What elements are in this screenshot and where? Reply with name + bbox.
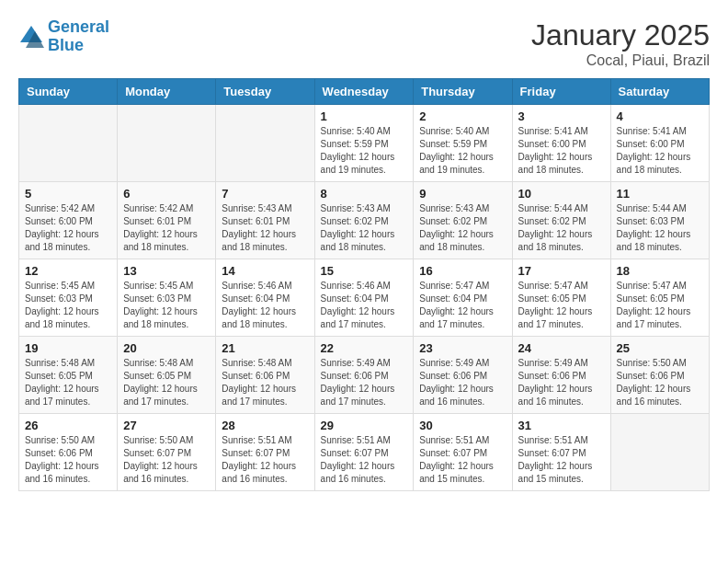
day-cell: 2Sunrise: 5:40 AM Sunset: 5:59 PM Daylig… xyxy=(414,105,512,182)
day-number: 27 xyxy=(123,419,210,432)
weekday-header-sunday: Sunday xyxy=(19,79,118,105)
day-cell: 27Sunrise: 5:50 AM Sunset: 6:07 PM Dayli… xyxy=(118,414,216,491)
page-header: General Blue January 2025 Cocal, Piaui, … xyxy=(18,18,710,69)
day-cell: 17Sunrise: 5:47 AM Sunset: 6:05 PM Dayli… xyxy=(512,259,610,337)
day-cell: 6Sunrise: 5:42 AM Sunset: 6:01 PM Daylig… xyxy=(118,182,216,259)
day-info: Sunrise: 5:46 AM Sunset: 6:04 PM Dayligh… xyxy=(321,280,408,331)
weekday-header-row: SundayMondayTuesdayWednesdayThursdayFrid… xyxy=(19,79,710,105)
day-number: 15 xyxy=(321,264,408,278)
day-number: 21 xyxy=(222,341,308,355)
day-cell: 13Sunrise: 5:45 AM Sunset: 6:03 PM Dayli… xyxy=(118,259,216,337)
day-cell: 8Sunrise: 5:43 AM Sunset: 6:02 PM Daylig… xyxy=(314,182,414,259)
day-cell: 16Sunrise: 5:47 AM Sunset: 6:04 PM Dayli… xyxy=(414,259,512,337)
logo-icon xyxy=(18,24,44,50)
day-number: 29 xyxy=(321,419,408,432)
day-number: 24 xyxy=(518,341,605,355)
logo-text: General Blue xyxy=(48,18,109,55)
day-number: 7 xyxy=(222,187,308,201)
day-cell: 7Sunrise: 5:43 AM Sunset: 6:01 PM Daylig… xyxy=(216,182,314,259)
calendar-subtitle: Cocal, Piaui, Brazil xyxy=(531,52,710,69)
day-number: 25 xyxy=(617,341,703,355)
day-info: Sunrise: 5:50 AM Sunset: 6:06 PM Dayligh… xyxy=(617,357,703,408)
weekday-header-monday: Monday xyxy=(118,79,216,105)
day-info: Sunrise: 5:47 AM Sunset: 6:05 PM Dayligh… xyxy=(617,280,703,331)
day-number: 6 xyxy=(123,187,210,201)
day-cell: 26Sunrise: 5:50 AM Sunset: 6:06 PM Dayli… xyxy=(19,414,118,491)
week-row-3: 12Sunrise: 5:45 AM Sunset: 6:03 PM Dayli… xyxy=(19,259,710,337)
day-number: 14 xyxy=(222,264,308,278)
day-cell: 21Sunrise: 5:48 AM Sunset: 6:06 PM Dayli… xyxy=(216,337,314,414)
day-cell: 19Sunrise: 5:48 AM Sunset: 6:05 PM Dayli… xyxy=(19,337,118,414)
day-number: 20 xyxy=(123,341,210,355)
day-cell: 31Sunrise: 5:51 AM Sunset: 6:07 PM Dayli… xyxy=(512,414,610,491)
day-cell: 4Sunrise: 5:41 AM Sunset: 6:00 PM Daylig… xyxy=(610,105,709,182)
day-number: 26 xyxy=(25,419,111,432)
day-cell: 29Sunrise: 5:51 AM Sunset: 6:07 PM Dayli… xyxy=(314,414,414,491)
day-info: Sunrise: 5:49 AM Sunset: 6:06 PM Dayligh… xyxy=(419,357,506,408)
day-cell: 5Sunrise: 5:42 AM Sunset: 6:00 PM Daylig… xyxy=(19,182,118,259)
day-info: Sunrise: 5:42 AM Sunset: 6:00 PM Dayligh… xyxy=(25,202,111,254)
day-cell: 23Sunrise: 5:49 AM Sunset: 6:06 PM Dayli… xyxy=(414,337,512,414)
day-info: Sunrise: 5:43 AM Sunset: 6:02 PM Dayligh… xyxy=(419,202,506,254)
day-cell: 3Sunrise: 5:41 AM Sunset: 6:00 PM Daylig… xyxy=(512,105,610,182)
day-number: 8 xyxy=(321,187,408,201)
day-info: Sunrise: 5:45 AM Sunset: 6:03 PM Dayligh… xyxy=(25,280,111,331)
day-number: 31 xyxy=(518,419,605,432)
day-info: Sunrise: 5:43 AM Sunset: 6:02 PM Dayligh… xyxy=(321,202,408,254)
day-cell xyxy=(118,105,216,182)
day-cell: 1Sunrise: 5:40 AM Sunset: 5:59 PM Daylig… xyxy=(314,105,414,182)
day-cell: 25Sunrise: 5:50 AM Sunset: 6:06 PM Dayli… xyxy=(610,337,709,414)
day-cell: 20Sunrise: 5:48 AM Sunset: 6:05 PM Dayli… xyxy=(118,337,216,414)
day-number: 9 xyxy=(419,187,506,201)
day-info: Sunrise: 5:44 AM Sunset: 6:02 PM Dayligh… xyxy=(518,202,605,254)
day-number: 28 xyxy=(222,419,308,432)
title-block: January 2025 Cocal, Piaui, Brazil xyxy=(531,18,710,69)
week-row-2: 5Sunrise: 5:42 AM Sunset: 6:00 PM Daylig… xyxy=(19,182,710,259)
day-cell xyxy=(610,414,709,491)
day-number: 4 xyxy=(617,109,703,123)
week-row-5: 26Sunrise: 5:50 AM Sunset: 6:06 PM Dayli… xyxy=(19,414,710,491)
day-cell: 9Sunrise: 5:43 AM Sunset: 6:02 PM Daylig… xyxy=(414,182,512,259)
day-number: 3 xyxy=(518,109,605,123)
day-info: Sunrise: 5:47 AM Sunset: 6:04 PM Dayligh… xyxy=(419,280,506,331)
day-number: 19 xyxy=(25,341,111,355)
day-info: Sunrise: 5:41 AM Sunset: 6:00 PM Dayligh… xyxy=(518,125,605,177)
weekday-header-saturday: Saturday xyxy=(610,79,709,105)
day-number: 12 xyxy=(25,264,111,278)
day-cell xyxy=(216,105,314,182)
calendar-title: January 2025 xyxy=(531,18,710,52)
day-info: Sunrise: 5:50 AM Sunset: 6:06 PM Dayligh… xyxy=(25,434,111,486)
day-number: 11 xyxy=(617,187,703,201)
day-number: 1 xyxy=(321,109,408,123)
day-cell: 30Sunrise: 5:51 AM Sunset: 6:07 PM Dayli… xyxy=(414,414,512,491)
week-row-4: 19Sunrise: 5:48 AM Sunset: 6:05 PM Dayli… xyxy=(19,337,710,414)
week-row-1: 1Sunrise: 5:40 AM Sunset: 5:59 PM Daylig… xyxy=(19,105,710,182)
day-number: 2 xyxy=(419,109,506,123)
day-number: 18 xyxy=(617,264,703,278)
day-number: 16 xyxy=(419,264,506,278)
day-number: 5 xyxy=(25,187,111,201)
day-number: 13 xyxy=(123,264,210,278)
day-cell xyxy=(19,105,118,182)
day-number: 10 xyxy=(518,187,605,201)
day-info: Sunrise: 5:42 AM Sunset: 6:01 PM Dayligh… xyxy=(123,202,210,254)
day-info: Sunrise: 5:48 AM Sunset: 6:05 PM Dayligh… xyxy=(25,357,111,408)
day-info: Sunrise: 5:51 AM Sunset: 6:07 PM Dayligh… xyxy=(321,434,408,486)
day-number: 30 xyxy=(419,419,506,432)
day-info: Sunrise: 5:44 AM Sunset: 6:03 PM Dayligh… xyxy=(617,202,703,254)
logo: General Blue xyxy=(18,18,109,55)
day-info: Sunrise: 5:47 AM Sunset: 6:05 PM Dayligh… xyxy=(518,280,605,331)
day-number: 17 xyxy=(518,264,605,278)
day-cell: 18Sunrise: 5:47 AM Sunset: 6:05 PM Dayli… xyxy=(610,259,709,337)
weekday-header-thursday: Thursday xyxy=(414,79,512,105)
day-info: Sunrise: 5:49 AM Sunset: 6:06 PM Dayligh… xyxy=(518,357,605,408)
day-info: Sunrise: 5:41 AM Sunset: 6:00 PM Dayligh… xyxy=(617,125,703,177)
day-info: Sunrise: 5:48 AM Sunset: 6:06 PM Dayligh… xyxy=(222,357,308,408)
day-cell: 15Sunrise: 5:46 AM Sunset: 6:04 PM Dayli… xyxy=(314,259,414,337)
day-cell: 28Sunrise: 5:51 AM Sunset: 6:07 PM Dayli… xyxy=(216,414,314,491)
day-info: Sunrise: 5:45 AM Sunset: 6:03 PM Dayligh… xyxy=(123,280,210,331)
day-info: Sunrise: 5:51 AM Sunset: 6:07 PM Dayligh… xyxy=(222,434,308,486)
day-number: 23 xyxy=(419,341,506,355)
day-info: Sunrise: 5:46 AM Sunset: 6:04 PM Dayligh… xyxy=(222,280,308,331)
day-info: Sunrise: 5:51 AM Sunset: 6:07 PM Dayligh… xyxy=(419,434,506,486)
